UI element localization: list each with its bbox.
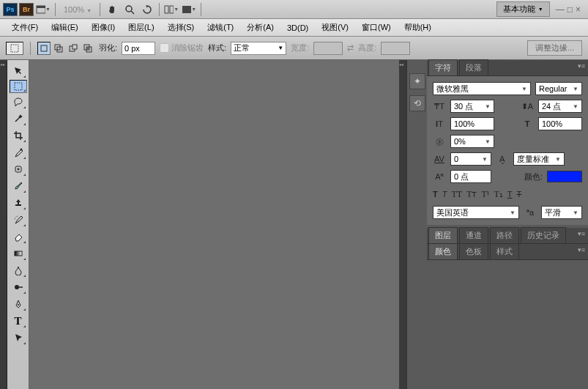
font-weight-select[interactable]: Regular▼ — [535, 82, 582, 95]
tab-history[interactable]: 历史记录 — [521, 227, 566, 243]
menu-select[interactable]: 选择(S) — [162, 20, 201, 35]
leading-select[interactable]: 24 点▼ — [538, 100, 582, 113]
text-color-swatch[interactable] — [547, 171, 582, 182]
canvas-area[interactable] — [29, 60, 399, 389]
color-label: 颜色: — [524, 171, 543, 182]
selection-new-icon[interactable] — [37, 42, 51, 55]
svg-rect-19 — [15, 166, 21, 172]
faux-bold-icon[interactable]: T — [433, 189, 438, 200]
menu-image[interactable]: 图像(I) — [86, 20, 121, 35]
hscale-input[interactable]: 100% — [538, 117, 582, 130]
lasso-tool[interactable] — [10, 94, 27, 110]
pen-tool[interactable] — [10, 296, 27, 312]
tool-preset-icon[interactable] — [6, 42, 23, 55]
faux-italic-icon[interactable]: T — [442, 189, 447, 200]
rail-clone-icon[interactable]: ⟲ — [409, 95, 425, 111]
maximize-icon[interactable]: □ — [567, 4, 573, 15]
tab-color[interactable]: 颜色 — [428, 243, 458, 259]
svg-rect-11 — [70, 46, 75, 51]
underline-icon[interactable]: T — [507, 189, 513, 200]
bridge-icon[interactable]: Br — [19, 3, 34, 16]
right-dock-edge[interactable] — [399, 60, 406, 389]
tab-layers[interactable]: 图层 — [428, 227, 458, 243]
svg-point-2 — [126, 6, 132, 12]
app-topbar: Ps Br ▼ 100% ▼ ▼ ▼ 基本功能▼ — □ × — [0, 0, 588, 19]
font-size-select[interactable]: 30 点▼ — [450, 100, 494, 113]
svg-rect-15 — [86, 47, 89, 50]
type-style-row: T T TT Tᴛ T¹ T₁ T T — [433, 188, 582, 201]
feather-input[interactable] — [122, 42, 155, 55]
left-dock-edge[interactable] — [0, 60, 7, 389]
subscript-icon[interactable]: T₁ — [494, 189, 502, 200]
baseline-icon: Aª — [433, 171, 446, 182]
menu-analysis[interactable]: 分析(A) — [241, 20, 280, 35]
panel-column: 字符 段落 微软雅黑▼ Regular▼ ₸T 30 点▼ ⬍A 24 点▼ I… — [427, 60, 588, 389]
tab-character[interactable]: 字符 — [428, 59, 458, 75]
selection-intersect-icon[interactable] — [81, 42, 94, 55]
brush-tool[interactable] — [10, 178, 27, 194]
strikethrough-icon[interactable]: T — [517, 189, 522, 200]
gradient-tool[interactable] — [10, 245, 27, 262]
tab-swatches[interactable]: 色板 — [459, 243, 488, 259]
language-select[interactable]: 美国英语▼ — [433, 206, 519, 219]
smallcaps-icon[interactable]: Tᴛ — [466, 189, 477, 200]
rotate-view-icon[interactable] — [139, 2, 155, 17]
menu-layer[interactable]: 图层(L) — [122, 20, 160, 35]
vscale-input[interactable]: 100% — [450, 117, 494, 130]
svg-rect-0 — [37, 6, 45, 13]
type-tool[interactable]: T — [10, 313, 27, 329]
tab-channels[interactable]: 通道 — [459, 227, 488, 243]
leading-icon: ⬍A — [521, 100, 534, 112]
close-icon[interactable]: × — [576, 4, 581, 15]
metrics-select[interactable]: 度量标准▼ — [513, 152, 565, 166]
window-controls: — □ × — [551, 4, 585, 15]
zoom-tool-icon[interactable] — [122, 2, 138, 17]
screen-mode-icon[interactable]: ▼ — [35, 2, 51, 17]
blur-tool[interactable] — [10, 262, 27, 278]
eraser-tool[interactable] — [10, 229, 27, 245]
tab-styles[interactable]: 样式 — [490, 243, 519, 259]
antialias-select[interactable]: 平滑▼ — [541, 206, 582, 219]
tracking-select[interactable]: 0%▼ — [450, 135, 494, 148]
superscript-icon[interactable]: T¹ — [481, 189, 489, 200]
healing-brush-tool[interactable] — [10, 161, 27, 177]
tab-paths[interactable]: 路径 — [490, 227, 519, 243]
history-brush-tool[interactable] — [10, 212, 27, 228]
selection-add-icon[interactable] — [52, 42, 65, 55]
minimize-icon[interactable]: — — [556, 4, 565, 15]
font-family-select[interactable]: 微软雅黑▼ — [433, 82, 531, 95]
tracking-icon: ㊌ — [433, 136, 446, 147]
rail-brushes-icon[interactable]: ✦ — [409, 73, 425, 89]
refine-edge-button[interactable]: 调整边缘... — [527, 40, 582, 56]
menu-file[interactable]: 文件(F) — [6, 20, 44, 35]
allcaps-icon[interactable]: TT — [451, 189, 462, 200]
panel-rail: ✦ ⟲ — [406, 60, 427, 389]
tab-paragraph[interactable]: 段落 — [459, 59, 488, 75]
workspace-switcher[interactable]: 基本功能▼ — [496, 1, 550, 17]
baseline-input[interactable]: 0 点 — [450, 170, 491, 183]
dodge-tool[interactable] — [10, 279, 27, 295]
screen-mode2-icon[interactable]: ▼ — [181, 2, 197, 17]
svg-rect-10 — [57, 47, 62, 52]
main-area: T ✦ ⟲ 字符 段落 微软雅黑▼ Regular▼ ₸T 30 点▼ ⬍A 2… — [0, 60, 588, 389]
eyedropper-tool[interactable] — [10, 144, 27, 160]
crop-tool[interactable] — [10, 127, 27, 144]
zoom-level[interactable]: 100% ▼ — [59, 5, 96, 14]
style-select[interactable]: 正常▼ — [231, 42, 286, 55]
menu-edit[interactable]: 编辑(E) — [45, 20, 84, 35]
move-tool[interactable] — [10, 63, 27, 79]
hand-tool-icon[interactable] — [104, 2, 120, 17]
kerning-select[interactable]: 0▼ — [450, 152, 491, 166]
clone-stamp-tool[interactable] — [10, 195, 27, 211]
selection-subtract-icon[interactable] — [67, 42, 80, 55]
menu-3d[interactable]: 3D(D) — [281, 21, 314, 34]
menu-filter[interactable]: 滤镜(T) — [201, 20, 239, 35]
menu-help[interactable]: 帮助(H) — [398, 20, 437, 35]
menu-window[interactable]: 窗口(W) — [356, 20, 397, 35]
path-selection-tool[interactable] — [10, 330, 27, 346]
marquee-tool[interactable] — [10, 80, 27, 93]
menu-view[interactable]: 视图(V) — [316, 20, 354, 35]
magic-wand-tool[interactable] — [10, 111, 27, 127]
arrange-docs-icon[interactable]: ▼ — [163, 2, 179, 17]
svg-point-25 — [18, 304, 19, 305]
